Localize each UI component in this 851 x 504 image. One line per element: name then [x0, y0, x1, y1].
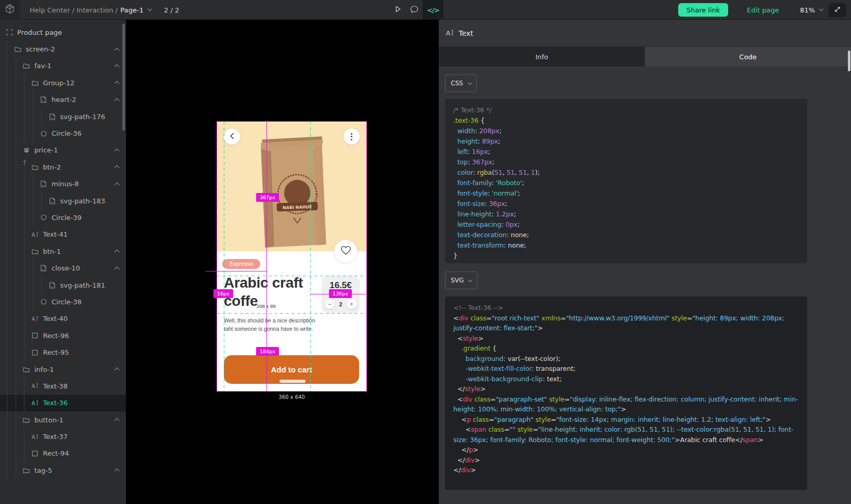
back-button[interactable] [224, 128, 240, 145]
kebab-menu-icon [351, 133, 352, 140]
layer-label: screen-2 [26, 45, 55, 53]
layer-row-btn-1[interactable]: btn-1 [0, 243, 126, 260]
favorite-button[interactable] [334, 240, 357, 263]
layer-row-text-37[interactable]: AText-37 [0, 428, 126, 445]
layer-row-svg-path-176[interactable]: svg-path-176 [0, 108, 126, 125]
layer-row-info-1[interactable]: info-1 [0, 361, 126, 378]
code-line: background: var(--text-color); [453, 354, 799, 364]
folder-icon [22, 416, 30, 423]
indent-guide [24, 445, 24, 462]
layer-row-fav-1[interactable]: fav-1 [0, 58, 126, 74]
heart-icon [340, 245, 351, 257]
layer-row-circle-39[interactable]: Circle-39 [0, 209, 126, 226]
chevron-up-icon[interactable] [115, 182, 120, 187]
chevron-up-icon[interactable] [115, 165, 120, 171]
breadcrumb[interactable]: Help Center / Interaction / Page-1 [30, 0, 151, 20]
phone-mockup[interactable]: NABI NAHUE Expresso Arabic cra [217, 122, 366, 391]
rect-icon [31, 332, 39, 339]
indent-guide [41, 192, 42, 209]
inspector-scrollbar[interactable] [848, 50, 850, 71]
share-link-button[interactable]: Share link [678, 3, 728, 17]
layer-row-text-41[interactable]: AText-41 [0, 226, 126, 243]
layer-row-product-page[interactable]: Product page [0, 24, 126, 41]
tab-info[interactable]: Info [439, 47, 645, 67]
layer-row-circle-36[interactable]: Circle-36 [0, 125, 126, 141]
layer-row-price-1[interactable]: price-1 [0, 142, 126, 159]
indent-guide [24, 192, 24, 209]
text-icon: A [31, 382, 39, 390]
sidebar-scrollbar[interactable] [122, 24, 125, 131]
indent-guide [16, 411, 16, 428]
chevron-up-icon[interactable] [115, 368, 120, 373]
indent-guide [7, 344, 7, 360]
layer-row-screen-2[interactable]: screen-2 [0, 41, 126, 57]
layer-row-rect-96[interactable]: Rect-96 [0, 327, 126, 344]
chevron-up-icon[interactable] [115, 250, 120, 255]
chevron-up-icon[interactable] [115, 81, 120, 86]
code-line: .text-36 { [453, 115, 799, 126]
svg-text:A: A [32, 400, 36, 406]
layer-row-close-10[interactable]: close-10 [0, 260, 126, 276]
plus-button[interactable]: + [347, 299, 357, 309]
code-line: <style> [453, 333, 799, 344]
comment-button[interactable] [406, 0, 423, 20]
chevron-up-icon[interactable] [115, 469, 120, 474]
product-image-section: NABI NAHUE [217, 122, 366, 251]
indent-guide [16, 125, 16, 141]
layer-label: Text-36 [43, 399, 68, 407]
tab-code[interactable]: Code [645, 47, 851, 67]
svg-text:A: A [32, 316, 36, 322]
zoom-level-control[interactable]: 81% [800, 0, 822, 20]
code-line: width: 208px; [453, 126, 799, 136]
code-line: -webkit-background-clip: text; [453, 374, 799, 384]
layer-label: btn-2 [43, 163, 61, 171]
code-line: /* Text-36 */ [453, 105, 799, 115]
code-view-toggle[interactable]: </> [423, 0, 443, 20]
menu-button[interactable] [344, 128, 360, 145]
layer-row-text-40[interactable]: AText-40 [0, 311, 126, 327]
layer-row-text-36[interactable]: AText-36 [0, 395, 126, 411]
edit-page-link[interactable]: Edit page [747, 0, 779, 20]
layer-row-minus-8[interactable]: minus-8 [0, 176, 126, 192]
chevron-up-icon[interactable] [115, 47, 120, 53]
svg-format-dropdown[interactable]: SVG [445, 272, 477, 289]
indent-guide [7, 92, 7, 108]
play-button[interactable] [389, 0, 406, 20]
app-logo[interactable] [0, 0, 20, 20]
layer-row-circle-38[interactable]: Circle-38 [0, 293, 126, 310]
indent-guide [16, 361, 16, 378]
layer-row-text-38[interactable]: AText-38 [0, 378, 126, 394]
layer-label: Circle-38 [52, 298, 82, 306]
rect-icon [31, 349, 39, 356]
fullscreen-button[interactable] [829, 3, 846, 17]
chevron-up-icon[interactable] [115, 266, 120, 272]
indent-guide [24, 293, 24, 310]
layer-row-tag-5[interactable]: tag-5 [0, 462, 126, 479]
indent-guide [41, 108, 42, 125]
css-format-dropdown[interactable]: CSS [445, 74, 477, 92]
code-line: <span class="" style="line-height: inher… [453, 424, 799, 445]
layer-row-button-1[interactable]: button-1 [0, 411, 126, 428]
layer-row-group-12[interactable]: Group-12 [0, 74, 126, 91]
layer-row-svg-path-183[interactable]: svg-path-183 [0, 192, 126, 209]
topbar: Help Center / Interaction / Page-1 2 / 2… [0, 0, 851, 20]
layer-row-rect-95[interactable]: Rect-95 [0, 344, 126, 360]
svg-dropdown-value: SVG [451, 277, 464, 284]
chevron-up-icon[interactable] [115, 418, 120, 423]
chevron-up-icon[interactable] [115, 64, 120, 70]
topbar-tools: </> [389, 0, 443, 20]
minus-button[interactable]: − [325, 299, 335, 309]
chevron-up-icon[interactable] [115, 98, 120, 103]
layer-label: svg-path-176 [60, 113, 105, 121]
layer-label: heart-2 [52, 96, 77, 104]
chevron-down-icon[interactable] [147, 7, 151, 11]
code-line: line-height: 1.2px; [453, 209, 799, 219]
code-line: </div> [453, 455, 799, 466]
layer-label: Rect-96 [43, 332, 69, 340]
layer-row-btn-2[interactable]: btn-2 [0, 159, 126, 175]
layer-row-heart-2[interactable]: heart-2 [0, 92, 126, 108]
layer-row-svg-path-181[interactable]: svg-path-181 [0, 277, 126, 293]
chevron-up-icon[interactable] [115, 148, 120, 153]
category-tag[interactable]: Expresso [222, 259, 260, 269]
layer-row-rect-94[interactable]: Rect-94 [0, 445, 126, 462]
